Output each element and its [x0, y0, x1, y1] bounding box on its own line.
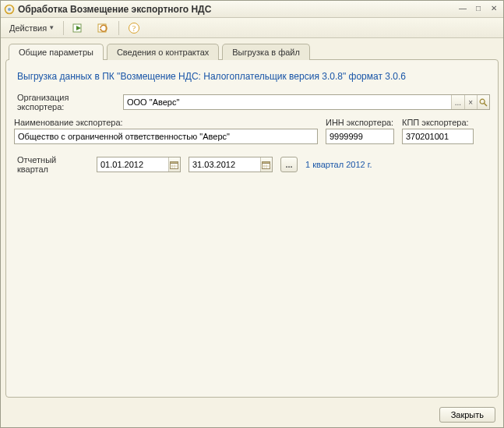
- report-quarter-row: Отчетный квартал: [17, 155, 490, 174]
- svg-point-8: [480, 99, 485, 104]
- close-window-button[interactable]: ✕: [488, 4, 500, 15]
- date-from-field[interactable]: [97, 157, 181, 172]
- toolbar-separator: [118, 21, 119, 35]
- calendar-icon: [262, 161, 270, 169]
- date-to-input[interactable]: [189, 157, 260, 172]
- row-exporter-org: Организация экспортера: ... ×: [17, 93, 490, 111]
- clear-button[interactable]: ×: [464, 95, 477, 109]
- help-button[interactable]: ?: [124, 20, 144, 36]
- export-run-button[interactable]: [69, 20, 89, 36]
- window-title: Обработка Возмещение экспортного НДС: [18, 4, 456, 15]
- app-window: Обработка Возмещение экспортного НДС — □…: [0, 0, 504, 428]
- refresh-button[interactable]: [93, 20, 114, 36]
- content-area: Общие параметры Сведения о контрактах Вы…: [1, 38, 503, 402]
- tab-panel-general: Выгрузка данных в ПК "Возмещение НДС: На…: [5, 59, 499, 398]
- help-icon: ?: [128, 22, 140, 34]
- label-report-quarter: Отчетный квартал: [17, 155, 89, 174]
- chevron-down-icon: ▼: [48, 24, 55, 31]
- exporter-org-field[interactable]: ... ×: [123, 94, 490, 110]
- tab-export-label: Выгрузка в файл: [232, 48, 300, 57]
- toolbar-separator: [63, 21, 64, 35]
- tab-general-label: Общие параметры: [19, 48, 93, 57]
- minimize-button[interactable]: —: [456, 4, 469, 15]
- toolbar: Действия ▼ ?: [1, 18, 503, 38]
- window-buttons: — □ ✕: [456, 4, 500, 15]
- svg-rect-11: [171, 161, 178, 163]
- actions-label: Действия: [9, 23, 47, 33]
- period-select-button[interactable]: ...: [280, 157, 298, 172]
- headline: Выгрузка данных в ПК "Возмещение НДС: На…: [17, 71, 490, 82]
- ellipsis-button[interactable]: ...: [451, 95, 463, 109]
- date-from-input[interactable]: [97, 157, 168, 172]
- app-icon: [4, 4, 15, 15]
- tab-contracts[interactable]: Сведения о контрактах: [107, 44, 219, 60]
- tab-general[interactable]: Общие параметры: [9, 44, 104, 60]
- exporter-org-input[interactable]: [124, 95, 451, 109]
- exporter-name-field[interactable]: [14, 129, 318, 144]
- actions-menu[interactable]: Действия ▼: [5, 22, 58, 34]
- calendar-icon: [170, 161, 178, 169]
- exporter-details-grid: Наименование экспортера: ИНН экспортера:…: [14, 118, 490, 144]
- tabstrip: Общие параметры Сведения о контрактах Вы…: [5, 43, 499, 59]
- inn-input[interactable]: [326, 129, 393, 143]
- label-inn: ИНН экспортера:: [326, 118, 394, 127]
- svg-line-9: [484, 103, 487, 106]
- period-description: 1 квартал 2012 г.: [305, 160, 372, 169]
- label-kpp: КПП экспортера:: [402, 118, 474, 127]
- reload-icon: [97, 22, 110, 34]
- search-icon: [479, 98, 488, 107]
- tab-contracts-label: Сведения о контрактах: [117, 48, 209, 57]
- svg-text:?: ?: [132, 24, 136, 33]
- kpp-input[interactable]: [403, 129, 473, 143]
- svg-rect-16: [263, 161, 270, 163]
- inn-field[interactable]: [326, 129, 394, 144]
- calendar-button[interactable]: [260, 157, 272, 172]
- label-exporter-name: Наименование экспортера:: [14, 118, 318, 127]
- play-icon: [72, 22, 85, 34]
- calendar-button[interactable]: [168, 157, 180, 172]
- tab-export[interactable]: Выгрузка в файл: [222, 44, 310, 60]
- titlebar: Обработка Возмещение экспортного НДС — □…: [1, 1, 503, 18]
- exporter-name-input[interactable]: [15, 129, 317, 143]
- label-exporter-org: Организация экспортера:: [17, 93, 117, 111]
- search-button[interactable]: [477, 95, 489, 109]
- date-to-field[interactable]: [189, 157, 273, 172]
- maximize-button[interactable]: □: [472, 4, 485, 15]
- svg-point-1: [8, 8, 11, 11]
- footer: Закрыть: [1, 402, 503, 427]
- kpp-field[interactable]: [402, 129, 474, 144]
- close-button[interactable]: Закрыть: [439, 407, 495, 423]
